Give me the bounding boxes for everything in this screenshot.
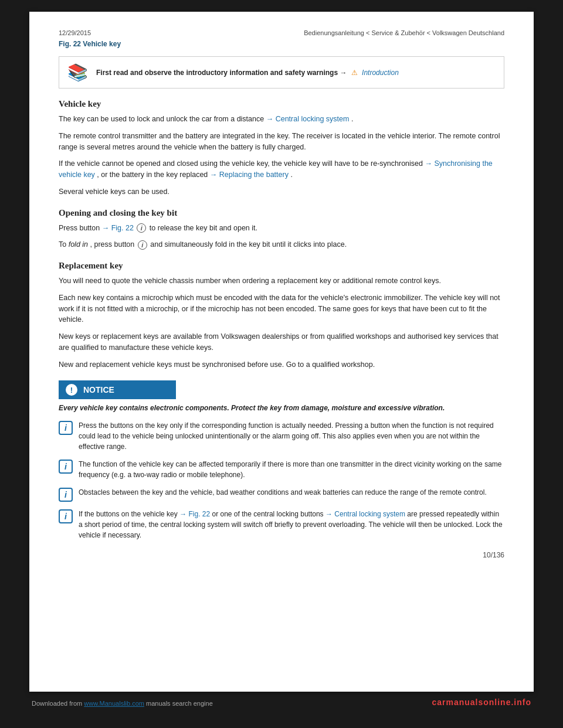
vehicle-key-para2: The remote control transmitter and the b… — [59, 131, 504, 153]
info-icon-1: i — [59, 421, 73, 435]
intro-notice-box: 📚 First read and observe the introductor… — [59, 56, 504, 89]
notice-circle-icon: ! — [66, 384, 77, 396]
info-icon-3: i — [59, 488, 73, 502]
manualslib-link[interactable]: www.Manualslib.com — [84, 700, 144, 707]
opening-para1: Press button → Fig. 22 i to release the … — [59, 223, 504, 234]
info-box-1: i Press the buttons on the key only if t… — [59, 420, 504, 452]
info-box-3: i Obstacles between the key and the vehi… — [59, 487, 504, 502]
opening-para2: To fold in , press button i and simultan… — [59, 239, 504, 250]
fig-22-link[interactable]: Fig. 22 — [59, 40, 83, 48]
replacement-para3: New keys or replacement keys are availab… — [59, 331, 504, 353]
replacement-para1: You will need to quote the vehicle chass… — [59, 275, 504, 287]
fig-link[interactable]: Fig. 22 Vehicle key — [59, 40, 504, 48]
vehicle-key-para1: The key can be used to lock and unlock t… — [59, 114, 504, 125]
opening-closing-title: Opening and closing the key bit — [59, 208, 504, 218]
vehicle-key-para4: Several vehicle keys can be used. — [59, 186, 504, 198]
notice-label: NOTICE — [83, 385, 114, 394]
replacing-battery-link[interactable]: → Replacing the battery — [210, 171, 289, 179]
vehicle-key-para3: If the vehicle cannot be opened and clos… — [59, 158, 504, 181]
introduction-link[interactable]: Introduction — [362, 69, 399, 77]
central-locking-link-1[interactable]: → Central locking system — [266, 115, 350, 123]
info-box-2: i The function of the vehicle key can be… — [59, 459, 504, 480]
notice-bold-text: Every vehicle key contains electronic co… — [59, 404, 504, 412]
book-icon: 📚 — [67, 63, 88, 82]
fig22-link-2[interactable]: → Fig. 22 — [179, 510, 210, 518]
bottom-bar: Downloaded from www.Manualslib.com manua… — [29, 698, 534, 707]
page-number: 10/136 — [59, 551, 504, 559]
notice-blue-header: ! NOTICE — [59, 380, 176, 399]
info-text-3: Obstacles between the key and the vehicl… — [79, 487, 487, 498]
central-locking-link-2[interactable]: → Central locking system — [325, 510, 405, 518]
site-title: Bedienungsanleitung < Service & Zubehör … — [304, 29, 504, 36]
circle-i-icon-2: i — [138, 240, 147, 250]
replacement-para4: New and replacement vehicle keys must be… — [59, 359, 504, 370]
bottom-left: Downloaded from www.Manualslib.com manua… — [32, 700, 213, 707]
replacement-para2: Each new key contains a microchip which … — [59, 292, 504, 325]
warning-icon: ⚠ — [351, 69, 358, 77]
top-bar: 12/29/2015 Bedienungsanleitung < Service… — [59, 29, 504, 36]
info-icon-2: i — [59, 460, 73, 474]
info-text-1: Press the buttons on the key only if the… — [79, 420, 504, 452]
info-icon-4: i — [59, 509, 73, 523]
info-text-2: The function of the vehicle key can be a… — [79, 459, 504, 480]
circle-i-icon-1: i — [137, 223, 146, 233]
document-page: 12/29/2015 Bedienungsanleitung < Service… — [29, 12, 534, 692]
vehicle-key-title: Vehicle key — [59, 99, 504, 109]
arrow-symbol: → — [340, 69, 348, 77]
replacement-key-title: Replacement key — [59, 261, 504, 271]
info-box-4: i If the buttons on the vehicle key → Fi… — [59, 509, 504, 540]
intro-notice-text: First read and observe the introductory … — [96, 69, 399, 77]
carmanuals-brand: carmanualsonline.info — [432, 698, 531, 707]
fig-22-sub: Vehicle key — [83, 40, 121, 48]
fig22-button-link[interactable]: → Fig. 22 — [102, 224, 134, 232]
info-text-4: If the buttons on the vehicle key → Fig.… — [79, 509, 504, 540]
date-label: 12/29/2015 — [59, 29, 91, 36]
